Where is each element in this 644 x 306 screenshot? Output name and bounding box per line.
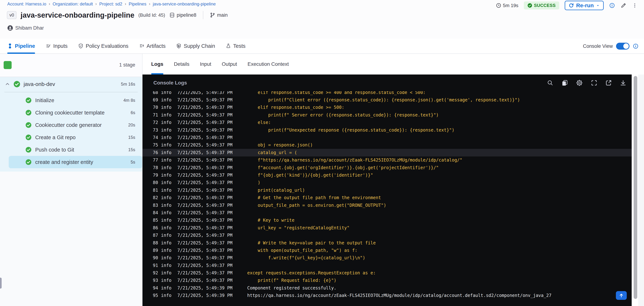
breadcrumb-separator: › — [96, 2, 97, 6]
log-row[interactable]: 91 info 7/21/2025, 5:49:37 PM — [142, 262, 632, 269]
stage-square-icon[interactable] — [4, 61, 12, 69]
console-view-info-icon[interactable] — [633, 43, 638, 49]
log-row[interactable]: 70 info 7/21/2025, 5:49:37 PM elif respo… — [142, 104, 632, 111]
search-icon[interactable] — [547, 79, 554, 86]
log-row[interactable]: 94 info 7/21/2025, 5:49:39 PM Component … — [142, 284, 632, 292]
branch-name: main — [217, 12, 228, 18]
log-timestamp: 7/21/2025, 5:49:37 PM — [177, 173, 247, 178]
log-row[interactable]: 88 info 7/21/2025, 5:49:37 PM # Write th… — [142, 239, 632, 247]
step-row[interactable]: Create a Git repo 15s — [0, 131, 142, 144]
tab-execution-context[interactable]: Execution Context — [248, 54, 289, 75]
tab-pipeline[interactable]: Pipeline — [7, 39, 35, 54]
step-success-icon — [26, 110, 32, 116]
log-row[interactable]: 95 info 7/21/2025, 5:49:39 PM https://qa… — [142, 292, 632, 299]
tab-supply-chain[interactable]: Supply Chain — [176, 39, 215, 54]
log-row[interactable]: 76 info 7/21/2025, 5:49:37 PM catalog_ur… — [142, 149, 632, 156]
log-level: info — [161, 255, 177, 260]
step-label: Cloning cookiecutter template — [35, 110, 104, 116]
console-view-toggle[interactable] — [616, 43, 630, 50]
log-row[interactable]: 85 info 7/21/2025, 5:49:37 PM # Key to w… — [142, 217, 632, 224]
stage-strip: 1 stage — [0, 54, 142, 77]
log-row[interactable]: 69 info 7/21/2025, 5:49:37 PM print(f"Cl… — [142, 96, 632, 104]
log-row[interactable]: 73 info 7/21/2025, 5:49:37 PM print(f"Un… — [142, 126, 632, 134]
console-scrollbar-track[interactable] — [633, 75, 638, 306]
breadcrumb-link[interactable]: java-service-onboarding-pipeline — [153, 2, 216, 7]
author-name: Shibam Dhar — [15, 25, 44, 31]
step-row[interactable]: Push code to Git 15s — [0, 144, 142, 156]
log-link[interactable]: https://qa.harness.io/ng/account/zEaak-F… — [247, 293, 552, 298]
download-icon[interactable] — [620, 79, 626, 86]
step-row[interactable]: Initialize 4m 8s — [0, 94, 142, 107]
log-level: info — [161, 135, 177, 140]
log-timestamp: 7/21/2025, 5:49:37 PM — [177, 105, 247, 110]
info-icon[interactable] — [609, 3, 615, 8]
tab-artifacts[interactable]: Artifacts — [139, 39, 166, 54]
log-message: url_key = "registeredCatalogEntity" — [247, 225, 632, 230]
tab-logs[interactable]: Logs — [151, 54, 163, 75]
log-row[interactable]: 74 info 7/21/2025, 5:49:37 PM — [142, 134, 632, 141]
log-code-segment: obj = response.json() — [247, 142, 313, 148]
collapse-chevron-icon[interactable] — [5, 81, 10, 87]
console-header: Console Logs — [142, 75, 632, 91]
step-row[interactable]: Cookiecutter code generator 20s — [0, 119, 142, 131]
repo-name: pipeline8 — [177, 12, 196, 18]
settings-gear-icon[interactable] — [576, 79, 583, 87]
step-label: Initialize — [35, 97, 54, 103]
edit-pencil-icon[interactable] — [620, 2, 626, 9]
breadcrumb-link[interactable]: Pipelines — [129, 2, 146, 7]
log-row[interactable]: 89 info 7/21/2025, 5:49:37 PM with open(… — [142, 247, 632, 254]
log-row[interactable]: 81 info 7/21/2025, 5:49:37 PM print(cata… — [142, 186, 632, 194]
console-scrollbar-thumb[interactable] — [634, 76, 637, 299]
left-edge-scrollbar-thumb[interactable] — [0, 278, 2, 288]
log-row[interactable]: 84 info 7/21/2025, 5:49:37 PM — [142, 209, 632, 216]
log-row[interactable]: 72 info 7/21/2025, 5:49:37 PM else: — [142, 119, 632, 126]
breadcrumb-link[interactable]: Organization: default — [53, 2, 93, 7]
tab-output[interactable]: Output — [222, 54, 237, 75]
fullscreen-icon[interactable] — [591, 79, 598, 86]
log-row[interactable]: 71 info 7/21/2025, 5:49:37 PM print(f" S… — [142, 111, 632, 119]
repo-chip[interactable]: pipeline8 — [169, 12, 196, 18]
scroll-to-top-button[interactable] — [616, 291, 627, 300]
log-message: print(catalog_url) — [247, 188, 632, 193]
log-row[interactable]: 83 info 7/21/2025, 5:49:37 PM output_fil… — [142, 201, 632, 209]
breadcrumb-separator: › — [49, 2, 50, 6]
log-row[interactable]: 77 info 7/21/2025, 5:49:37 PM f"https://… — [142, 156, 632, 164]
breadcrumb-link[interactable]: Account: Harness.io — [7, 2, 46, 7]
title-row: v0 java-service-onboarding-pipeline (Bui… — [7, 11, 228, 19]
tab-label: Inputs — [53, 43, 68, 49]
tab-inputs[interactable]: Inputs — [46, 39, 68, 54]
log-line-number: 87 — [153, 233, 161, 238]
more-options-icon[interactable] — [632, 2, 638, 9]
breadcrumb-separator: › — [149, 2, 150, 6]
open-in-new-icon[interactable] — [605, 79, 612, 86]
log-row[interactable]: 93 info 7/21/2025, 5:49:37 PM print(f" R… — [142, 277, 632, 284]
log-row[interactable]: 80 info 7/21/2025, 5:49:37 PM ) — [142, 179, 632, 186]
log-line-number: 90 — [153, 255, 161, 260]
branch-chip[interactable]: main — [210, 12, 228, 18]
log-row[interactable]: 75 info 7/21/2025, 5:49:37 PM obj = resp… — [142, 141, 632, 149]
tab-policy-evaluations[interactable]: Policy Evaluations — [78, 39, 128, 54]
tab-tests[interactable]: Tests — [226, 39, 246, 54]
copy-icon[interactable] — [561, 79, 568, 86]
log-row[interactable]: 87 info 7/21/2025, 5:49:37 PM — [142, 231, 632, 239]
main-tabbar: Pipeline Inputs Policy Evaluations — [0, 39, 644, 54]
stage-row[interactable]: java-onb-dev 5m 16s — [0, 77, 142, 91]
stage-section: java-onb-dev 5m 16s Initialize 4m 8s Clo… — [0, 77, 142, 172]
log-link[interactable]: https://qa.harness.io/ng/account/zEaak-F… — [263, 158, 460, 163]
step-label: create and register entity — [35, 159, 93, 165]
log-row[interactable]: 82 info 7/21/2025, 5:49:37 PM # Get the … — [142, 194, 632, 201]
step-label: Cookiecutter code generator — [35, 122, 102, 128]
step-row[interactable]: Cloning cookiecutter template 6s — [0, 107, 142, 119]
step-row[interactable]: create and register entity 5s — [9, 156, 142, 168]
log-row[interactable]: 92 info 7/21/2025, 5:49:37 PM except req… — [142, 269, 632, 276]
log-row[interactable]: 86 info 7/21/2025, 5:49:37 PM url_key = … — [142, 224, 632, 231]
log-row[interactable]: 78 info 7/21/2025, 5:49:37 PM f"account.… — [142, 164, 632, 171]
log-row[interactable]: 79 info 7/21/2025, 5:49:37 PM f"{obj.get… — [142, 171, 632, 179]
log-code-segment: print(catalog_url) — [247, 188, 305, 193]
rerun-button[interactable]: Re-run — [565, 1, 604, 10]
log-row[interactable]: 90 info 7/21/2025, 5:49:37 PM f.write(f"… — [142, 254, 632, 262]
breadcrumb-link[interactable]: Project: sd2 — [99, 2, 122, 7]
tab-input[interactable]: Input — [200, 54, 211, 75]
log-code-segment: f" — [247, 158, 263, 163]
tab-details[interactable]: Details — [174, 54, 190, 75]
